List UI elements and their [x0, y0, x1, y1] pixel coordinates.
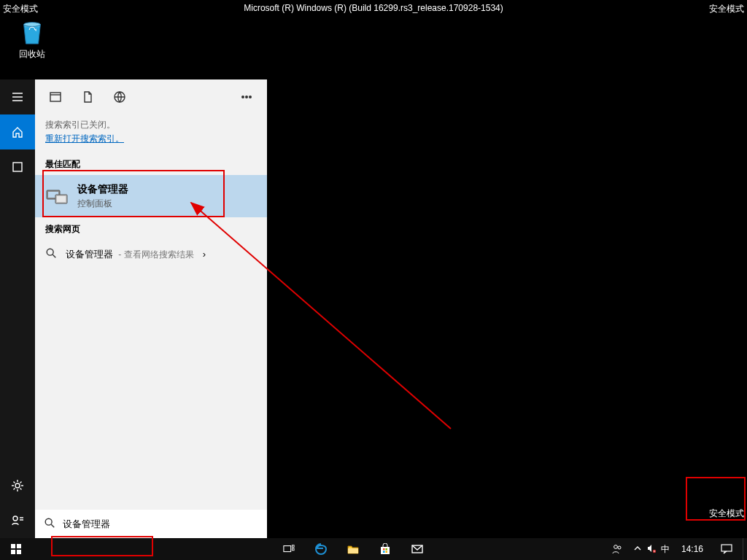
web-term: 设备管理器 — [66, 249, 113, 260]
svg-rect-32 — [721, 545, 732, 551]
svg-rect-24 — [383, 548, 385, 551]
taskbar-people[interactable] — [601, 538, 633, 560]
svg-point-6 — [242, 96, 244, 98]
svg-point-3 — [13, 516, 18, 521]
svg-point-13 — [47, 249, 53, 255]
safe-mode-top-left: 安全模式 — [3, 3, 38, 15]
best-match-result[interactable]: 设备管理器 控制面板 — [35, 175, 267, 217]
svg-rect-25 — [386, 548, 388, 551]
taskbar-explorer[interactable] — [337, 538, 369, 560]
best-match-subtitle: 控制面板 — [77, 198, 128, 210]
action-center[interactable] — [711, 538, 743, 560]
tray-volume-icon[interactable] — [646, 543, 657, 556]
web-search-header: 搜索网页 — [35, 217, 267, 240]
filter-documents[interactable] — [71, 81, 104, 113]
svg-point-29 — [614, 545, 618, 549]
svg-rect-18 — [17, 550, 21, 554]
system-tray[interactable]: 中 — [633, 543, 674, 556]
safe-mode-bottom-right: 安全模式 — [709, 508, 744, 520]
svg-rect-4 — [50, 93, 61, 101]
recycle-bin-label: 回收站 — [19, 49, 45, 59]
start-button[interactable] — [0, 538, 32, 560]
rail-hamburger[interactable] — [0, 79, 35, 114]
search-icon — [44, 517, 55, 532]
chevron-right-icon: › — [203, 249, 206, 260]
filter-web[interactable] — [104, 81, 136, 113]
filter-apps[interactable] — [39, 81, 71, 113]
svg-rect-20 — [292, 545, 294, 548]
reopen-index-link[interactable]: 重新打开搜索索引。 — [35, 133, 267, 152]
svg-rect-16 — [17, 544, 21, 548]
svg-point-0 — [24, 23, 41, 27]
rail-settings[interactable] — [0, 468, 35, 503]
index-closed-message: 搜索索引已关闭。 — [35, 114, 267, 133]
taskbar-clock[interactable]: 14:16 — [674, 544, 711, 554]
svg-rect-17 — [11, 550, 15, 554]
start-search-panel: 搜索索引已关闭。 重新打开搜索索引。 最佳匹配 设备管理器 控制面板 — [0, 79, 267, 538]
search-pane: 搜索索引已关闭。 重新打开搜索索引。 最佳匹配 设备管理器 控制面板 — [35, 79, 267, 538]
svg-rect-15 — [11, 544, 15, 548]
svg-point-7 — [246, 96, 248, 98]
svg-point-2 — [15, 483, 20, 488]
svg-rect-12 — [57, 196, 66, 202]
taskbar-edge[interactable] — [305, 538, 337, 560]
tray-chevron-up-icon[interactable] — [633, 544, 642, 555]
svg-rect-22 — [348, 548, 358, 553]
start-rail — [0, 79, 35, 538]
search-input-row[interactable] — [35, 510, 267, 538]
svg-rect-1 — [13, 163, 22, 171]
search-icon — [45, 247, 57, 261]
desktop: 安全模式 安全模式 安全模式 Microsoft (R) Windows (R)… — [0, 0, 747, 560]
svg-rect-26 — [383, 551, 385, 553]
rail-feedback[interactable] — [0, 503, 35, 538]
best-match-title: 设备管理器 — [77, 183, 128, 196]
tray-ime[interactable]: 中 — [661, 543, 670, 556]
safe-mode-top-right: 安全模式 — [709, 3, 744, 15]
svg-point-8 — [249, 96, 252, 98]
recycle-bin-icon — [18, 16, 46, 47]
svg-point-30 — [618, 546, 621, 549]
web-search-result[interactable]: 设备管理器 - 查看网络搜索结果 › — [35, 240, 267, 268]
rail-home[interactable] — [0, 114, 35, 149]
rail-apps[interactable] — [0, 149, 35, 184]
windows-build-string: Microsoft (R) Windows (R) (Build 16299.r… — [244, 3, 503, 13]
svg-rect-19 — [284, 546, 291, 552]
taskbar: 中 14:16 — [0, 538, 747, 560]
svg-rect-23 — [381, 547, 390, 554]
svg-rect-21 — [292, 548, 294, 551]
filter-more[interactable] — [231, 81, 263, 113]
svg-point-14 — [45, 518, 52, 525]
svg-rect-27 — [386, 551, 388, 553]
taskview-button[interactable] — [273, 538, 305, 560]
best-match-header: 最佳匹配 — [35, 152, 267, 175]
recycle-bin[interactable]: 回收站 — [10, 16, 54, 61]
show-desktop[interactable] — [743, 538, 747, 560]
taskbar-mail[interactable] — [401, 538, 433, 560]
taskbar-store[interactable] — [369, 538, 401, 560]
web-suffix: - 查看网络搜索结果 — [116, 249, 194, 260]
search-filter-bar — [35, 79, 267, 114]
search-input[interactable] — [63, 518, 258, 529]
device-manager-icon — [45, 184, 69, 208]
